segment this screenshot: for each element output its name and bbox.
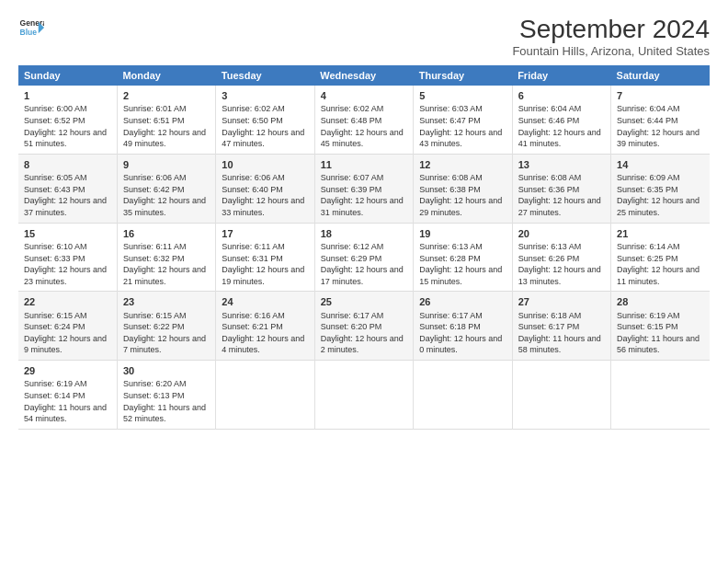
sunset: Sunset: 6:48 PM xyxy=(321,115,407,127)
sunrise: Sunrise: 6:02 AM xyxy=(321,103,407,115)
day-number: 16 xyxy=(123,227,210,241)
subtitle: Fountain Hills, Arizona, United States xyxy=(512,44,710,58)
sunset: Sunset: 6:42 PM xyxy=(123,184,210,196)
col-header-thursday: Thursday xyxy=(414,65,512,86)
day-number: 25 xyxy=(321,295,407,309)
calendar-cell: 21Sunrise: 6:14 AMSunset: 6:25 PMDayligh… xyxy=(611,223,710,292)
sunset: Sunset: 6:43 PM xyxy=(24,184,111,196)
daylight: Daylight: 12 hours and 9 minutes. xyxy=(24,333,111,356)
day-number: 15 xyxy=(24,227,111,241)
col-header-monday: Monday xyxy=(117,65,215,86)
week-row-4: 22Sunrise: 6:15 AMSunset: 6:24 PMDayligh… xyxy=(18,292,710,361)
col-header-tuesday: Tuesday xyxy=(216,65,314,86)
sunrise: Sunrise: 6:03 AM xyxy=(419,103,506,115)
daylight: Daylight: 12 hours and 0 minutes. xyxy=(419,333,506,356)
daylight: Daylight: 11 hours and 52 minutes. xyxy=(123,402,210,425)
daylight: Daylight: 12 hours and 37 minutes. xyxy=(24,195,111,218)
calendar-page: General Blue September 2024 Fountain Hil… xyxy=(0,0,728,563)
calendar-cell xyxy=(512,361,610,430)
day-number: 20 xyxy=(518,227,605,241)
day-number: 1 xyxy=(24,89,111,103)
sunset: Sunset: 6:51 PM xyxy=(123,115,210,127)
day-number: 13 xyxy=(518,158,605,172)
calendar-cell xyxy=(414,361,512,430)
daylight: Daylight: 12 hours and 4 minutes. xyxy=(222,333,308,356)
calendar-cell: 4Sunrise: 6:02 AMSunset: 6:48 PMDaylight… xyxy=(314,86,413,154)
day-number: 10 xyxy=(222,158,308,172)
sunset: Sunset: 6:33 PM xyxy=(24,253,111,265)
col-header-wednesday: Wednesday xyxy=(314,65,413,86)
calendar-cell: 6Sunrise: 6:04 AMSunset: 6:46 PMDaylight… xyxy=(512,86,610,154)
calendar-cell: 8Sunrise: 6:05 AMSunset: 6:43 PMDaylight… xyxy=(18,154,117,223)
daylight: Daylight: 12 hours and 45 minutes. xyxy=(321,127,407,150)
logo-icon: General Blue xyxy=(18,15,44,40)
sunset: Sunset: 6:50 PM xyxy=(222,115,308,127)
calendar-cell: 26Sunrise: 6:17 AMSunset: 6:18 PMDayligh… xyxy=(414,292,512,361)
col-header-friday: Friday xyxy=(512,65,610,86)
daylight: Daylight: 12 hours and 27 minutes. xyxy=(518,195,605,218)
day-number: 23 xyxy=(123,295,210,309)
sunrise: Sunrise: 6:20 AM xyxy=(123,378,210,390)
sunrise: Sunrise: 6:12 AM xyxy=(321,241,407,253)
week-row-3: 15Sunrise: 6:10 AMSunset: 6:33 PMDayligh… xyxy=(18,223,710,292)
sunrise: Sunrise: 6:05 AM xyxy=(24,172,111,184)
sunset: Sunset: 6:44 PM xyxy=(617,115,704,127)
day-number: 24 xyxy=(222,295,308,309)
calendar-cell: 17Sunrise: 6:11 AMSunset: 6:31 PMDayligh… xyxy=(216,223,314,292)
sunset: Sunset: 6:24 PM xyxy=(24,321,111,333)
sunset: Sunset: 6:29 PM xyxy=(321,253,407,265)
daylight: Daylight: 12 hours and 51 minutes. xyxy=(24,127,111,150)
sunset: Sunset: 6:32 PM xyxy=(123,253,210,265)
day-number: 28 xyxy=(617,295,704,309)
sunset: Sunset: 6:39 PM xyxy=(321,184,407,196)
calendar-table: SundayMondayTuesdayWednesdayThursdayFrid… xyxy=(18,65,710,430)
calendar-cell: 18Sunrise: 6:12 AMSunset: 6:29 PMDayligh… xyxy=(314,223,413,292)
calendar-cell: 28Sunrise: 6:19 AMSunset: 6:15 PMDayligh… xyxy=(611,292,710,361)
sunrise: Sunrise: 6:14 AM xyxy=(617,241,704,253)
sunset: Sunset: 6:40 PM xyxy=(222,184,308,196)
sunset: Sunset: 6:46 PM xyxy=(518,115,605,127)
main-title: September 2024 xyxy=(512,15,710,44)
calendar-cell xyxy=(611,361,710,430)
sunrise: Sunrise: 6:00 AM xyxy=(24,103,111,115)
calendar-cell: 24Sunrise: 6:16 AMSunset: 6:21 PMDayligh… xyxy=(216,292,314,361)
day-number: 17 xyxy=(222,227,308,241)
sunset: Sunset: 6:35 PM xyxy=(617,184,704,196)
calendar-cell: 7Sunrise: 6:04 AMSunset: 6:44 PMDaylight… xyxy=(611,86,710,154)
week-row-2: 8Sunrise: 6:05 AMSunset: 6:43 PMDaylight… xyxy=(18,154,710,223)
daylight: Daylight: 12 hours and 23 minutes. xyxy=(24,264,111,287)
day-number: 27 xyxy=(518,295,605,309)
col-header-sunday: Sunday xyxy=(18,65,117,86)
day-number: 26 xyxy=(419,295,506,309)
calendar-cell: 23Sunrise: 6:15 AMSunset: 6:22 PMDayligh… xyxy=(117,292,215,361)
day-number: 3 xyxy=(222,89,308,103)
day-number: 14 xyxy=(617,158,704,172)
calendar-cell xyxy=(314,361,413,430)
sunrise: Sunrise: 6:09 AM xyxy=(617,172,704,184)
day-number: 19 xyxy=(419,227,506,241)
daylight: Daylight: 12 hours and 25 minutes. xyxy=(617,195,704,218)
calendar-cell: 20Sunrise: 6:13 AMSunset: 6:26 PMDayligh… xyxy=(512,223,610,292)
calendar-cell: 1Sunrise: 6:00 AMSunset: 6:52 PMDaylight… xyxy=(18,86,117,154)
daylight: Daylight: 12 hours and 47 minutes. xyxy=(222,127,308,150)
daylight: Daylight: 12 hours and 31 minutes. xyxy=(321,195,407,218)
sunrise: Sunrise: 6:17 AM xyxy=(419,310,506,322)
calendar-cell: 9Sunrise: 6:06 AMSunset: 6:42 PMDaylight… xyxy=(117,154,215,223)
sunrise: Sunrise: 6:04 AM xyxy=(518,103,605,115)
day-number: 6 xyxy=(518,89,605,103)
day-number: 12 xyxy=(419,158,506,172)
svg-text:Blue: Blue xyxy=(20,28,38,37)
calendar-cell: 19Sunrise: 6:13 AMSunset: 6:28 PMDayligh… xyxy=(414,223,512,292)
day-number: 7 xyxy=(617,89,704,103)
calendar-cell: 27Sunrise: 6:18 AMSunset: 6:17 PMDayligh… xyxy=(512,292,610,361)
sunset: Sunset: 6:47 PM xyxy=(419,115,506,127)
day-number: 29 xyxy=(24,364,111,378)
sunset: Sunset: 6:20 PM xyxy=(321,321,407,333)
sunset: Sunset: 6:21 PM xyxy=(222,321,308,333)
sunset: Sunset: 6:18 PM xyxy=(419,321,506,333)
sunrise: Sunrise: 6:13 AM xyxy=(518,241,605,253)
calendar-cell: 29Sunrise: 6:19 AMSunset: 6:14 PMDayligh… xyxy=(18,361,117,430)
sunrise: Sunrise: 6:11 AM xyxy=(123,241,210,253)
sunrise: Sunrise: 6:15 AM xyxy=(24,310,111,322)
calendar-cell: 10Sunrise: 6:06 AMSunset: 6:40 PMDayligh… xyxy=(216,154,314,223)
